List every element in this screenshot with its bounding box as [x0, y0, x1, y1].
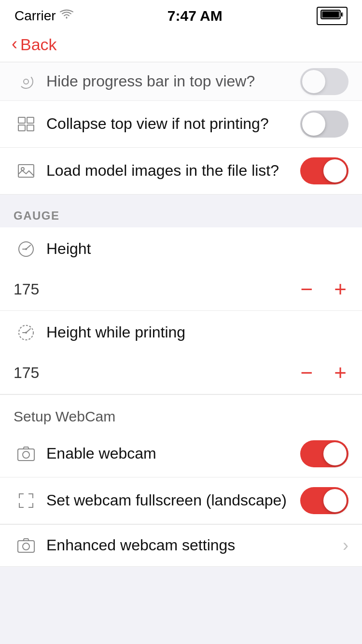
- height-label-row: Height: [0, 227, 362, 271]
- svg-rect-15: [18, 449, 34, 461]
- gauge-section-header: GAUGE: [0, 195, 362, 227]
- height-printing-plus-button[interactable]: +: [332, 362, 348, 383]
- height-printing-content: Height while printing: [39, 322, 348, 343]
- enhanced-webcam-label: Enhanced webcam settings: [46, 536, 235, 554]
- height-label-content: Height: [39, 239, 348, 259]
- collapse-toggle[interactable]: [300, 111, 348, 138]
- height-plus-button[interactable]: +: [332, 279, 348, 300]
- load-model-images-label: Load model images in the file list?: [46, 162, 279, 179]
- partial-row-progress: Hide progress bar in top view?: [0, 62, 362, 101]
- enhanced-webcam-chevron-icon: ›: [343, 535, 348, 556]
- webcam-section-label: Setup WebCam: [14, 408, 115, 424]
- height-printing-label-row: Height while printing: [0, 311, 362, 354]
- status-time: 7:47 AM: [167, 8, 223, 24]
- enable-webcam-row: Enable webcam: [0, 431, 362, 477]
- svg-rect-2: [322, 11, 339, 18]
- svg-rect-7: [27, 117, 34, 123]
- height-printing-value: 175: [14, 364, 299, 382]
- gauge-printing-icon: [14, 323, 39, 342]
- svg-point-4: [24, 79, 28, 84]
- enhanced-webcam-content: Enhanced webcam settings: [39, 535, 343, 556]
- toggle-knob: [323, 489, 347, 512]
- svg-rect-5: [18, 117, 25, 123]
- back-label: Back: [20, 35, 57, 54]
- enable-webcam-toggle-container: [300, 440, 348, 467]
- svg-rect-9: [18, 165, 34, 177]
- svg-rect-6: [18, 125, 25, 131]
- collapse-row-label: Collapse top view if not printing?: [46, 115, 269, 132]
- progress-icon: [14, 73, 39, 90]
- webcam-fullscreen-content: Set webcam fullscreen (landscape): [39, 490, 300, 511]
- toggle-knob: [302, 70, 325, 93]
- enable-webcam-toggle[interactable]: [300, 440, 348, 467]
- enable-webcam-content: Enable webcam: [39, 444, 300, 464]
- back-bar: ‹ Back: [0, 29, 362, 62]
- load-model-images-content: Load model images in the file list?: [39, 161, 300, 181]
- image-icon: [14, 162, 39, 180]
- height-stepper-controls: − +: [299, 279, 348, 300]
- height-printing-stepper-row: 175 − +: [0, 354, 362, 394]
- height-stepper-row: 175 − +: [0, 271, 362, 311]
- height-printing-minus-button[interactable]: −: [299, 362, 315, 383]
- svg-rect-17: [18, 541, 34, 552]
- collapse-icon: [14, 115, 39, 133]
- camera-settings-icon: [14, 537, 39, 554]
- svg-point-16: [23, 451, 29, 458]
- webcam-fullscreen-row: Set webcam fullscreen (landscape): [0, 477, 362, 524]
- collapse-top-view-row: Collapse top view if not printing?: [0, 101, 362, 148]
- progress-row-content: Hide progress bar in top view?: [39, 71, 300, 92]
- gauge-icon: [14, 240, 39, 258]
- enhanced-webcam-row[interactable]: Enhanced webcam settings ›: [0, 524, 362, 567]
- back-chevron-icon: ‹: [12, 34, 17, 54]
- svg-point-3: [19, 75, 33, 88]
- collapse-toggle-container: [300, 111, 348, 138]
- camera-icon: [14, 445, 39, 462]
- status-bar: Carrier 7:47 AM: [0, 0, 362, 29]
- gauge-section-label: GAUGE: [14, 209, 60, 222]
- webcam-fullscreen-label: Set webcam fullscreen (landscape): [46, 491, 287, 509]
- svg-rect-1: [340, 13, 343, 16]
- svg-point-18: [23, 543, 29, 550]
- carrier-text: Carrier: [14, 8, 56, 24]
- toggle-knob: [323, 442, 347, 465]
- progress-toggle-container: [300, 68, 348, 95]
- back-button[interactable]: ‹ Back: [12, 35, 350, 54]
- toggle-knob: [302, 112, 325, 136]
- carrier-info: Carrier: [14, 8, 73, 24]
- height-value: 175: [14, 280, 299, 298]
- height-printing-label: Height while printing: [46, 323, 185, 341]
- height-printing-stepper-controls: − +: [299, 362, 348, 383]
- load-model-toggle-container: [300, 157, 348, 184]
- toggle-knob: [323, 159, 347, 182]
- load-model-images-row: Load model images in the file list?: [0, 148, 362, 195]
- collapse-row-content: Collapse top view if not printing?: [39, 114, 300, 134]
- height-label: Height: [46, 240, 91, 257]
- progress-row-label: Hide progress bar in top view?: [46, 72, 255, 90]
- height-minus-button[interactable]: −: [299, 279, 315, 300]
- webcam-fullscreen-toggle[interactable]: [300, 487, 348, 514]
- svg-rect-8: [27, 125, 34, 131]
- battery-icon: [317, 7, 348, 25]
- enable-webcam-label: Enable webcam: [46, 445, 156, 462]
- svg-point-10: [21, 168, 24, 170]
- progress-toggle[interactable]: [300, 68, 348, 95]
- webcam-section-header: Setup WebCam: [0, 394, 362, 431]
- webcam-fullscreen-toggle-container: [300, 487, 348, 514]
- wifi-icon: [60, 9, 73, 23]
- fullscreen-icon: [14, 491, 39, 510]
- load-model-toggle[interactable]: [300, 157, 348, 184]
